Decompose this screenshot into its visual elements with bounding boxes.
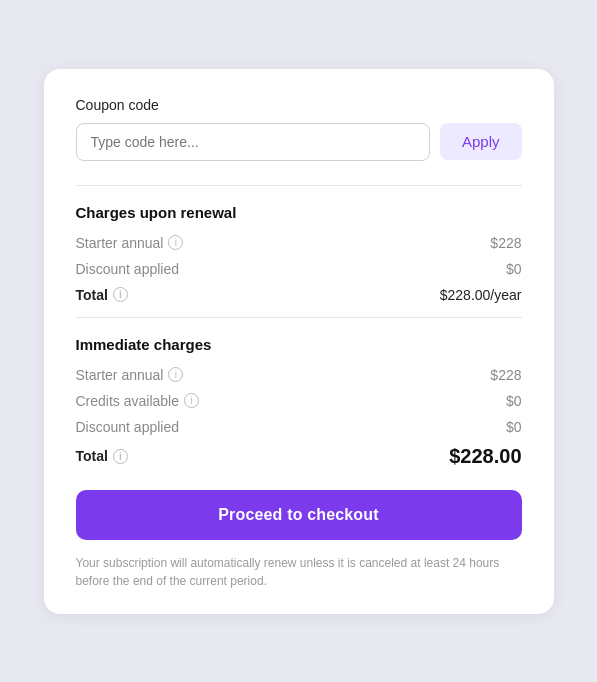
renewal-starter-annual-row: Starter annual i $228: [76, 235, 522, 251]
renewal-total-label: Total i: [76, 287, 128, 303]
immediate-credits-label: Credits available i: [76, 393, 200, 409]
checkout-section: Proceed to checkout Your subscription wi…: [76, 490, 522, 590]
coupon-input[interactable]: [76, 123, 430, 161]
renewal-total-row: Total i $228.00/year: [76, 287, 522, 303]
charges-upon-renewal-title: Charges upon renewal: [76, 204, 522, 221]
immediate-credits-row: Credits available i $0: [76, 393, 522, 409]
proceed-to-checkout-button[interactable]: Proceed to checkout: [76, 490, 522, 540]
renewal-total-info-icon[interactable]: i: [113, 287, 128, 302]
immediate-charges-section: Immediate charges Starter annual i $228 …: [76, 336, 522, 468]
footer-note: Your subscription will automatically ren…: [76, 554, 522, 590]
immediate-total-label: Total i: [76, 448, 128, 464]
immediate-total-info-icon[interactable]: i: [113, 449, 128, 464]
charges-upon-renewal-section: Charges upon renewal Starter annual i $2…: [76, 204, 522, 303]
renewal-starter-info-icon[interactable]: i: [168, 235, 183, 250]
renewal-discount-label: Discount applied: [76, 261, 180, 277]
renewal-discount-value: $0: [506, 261, 522, 277]
immediate-charges-title: Immediate charges: [76, 336, 522, 353]
immediate-total-row: Total i $228.00: [76, 445, 522, 468]
coupon-row: Apply: [76, 123, 522, 161]
immediate-discount-row: Discount applied $0: [76, 419, 522, 435]
divider-1: [76, 185, 522, 186]
renewal-starter-annual-value: $228: [490, 235, 521, 251]
divider-2: [76, 317, 522, 318]
immediate-credits-info-icon[interactable]: i: [184, 393, 199, 408]
coupon-label: Coupon code: [76, 97, 522, 113]
immediate-discount-label: Discount applied: [76, 419, 180, 435]
renewal-discount-row: Discount applied $0: [76, 261, 522, 277]
immediate-starter-annual-label: Starter annual i: [76, 367, 184, 383]
immediate-starter-annual-value: $228: [490, 367, 521, 383]
immediate-starter-info-icon[interactable]: i: [168, 367, 183, 382]
renewal-total-value: $228.00/year: [440, 287, 522, 303]
immediate-credits-value: $0: [506, 393, 522, 409]
immediate-total-value: $228.00: [449, 445, 521, 468]
renewal-starter-annual-label: Starter annual i: [76, 235, 184, 251]
immediate-starter-annual-row: Starter annual i $228: [76, 367, 522, 383]
checkout-card: Coupon code Apply Charges upon renewal S…: [44, 69, 554, 614]
immediate-discount-value: $0: [506, 419, 522, 435]
apply-button[interactable]: Apply: [440, 123, 522, 160]
coupon-section: Coupon code Apply: [76, 97, 522, 161]
